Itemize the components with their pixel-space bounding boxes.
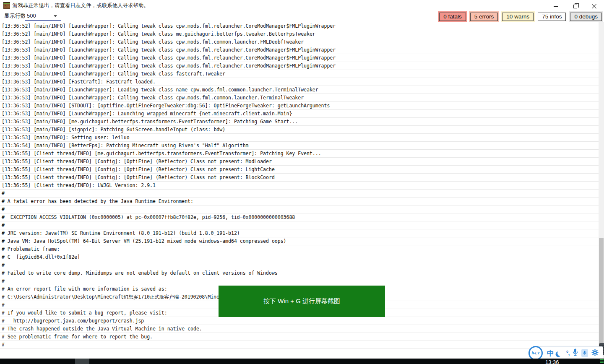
badge-label: 0 debugs	[570, 13, 602, 21]
chinese-mode-icon[interactable]: 中	[547, 350, 554, 357]
log-line: [13:36:53] [main/INFO] [LaunchWrapper]: …	[0, 86, 599, 94]
log-line: # C [ig9icd64.dll+0x1f82e]	[0, 253, 599, 261]
close-button[interactable]	[585, 0, 604, 13]
log-line: [13:36:53] [main/INFO]: Setting user: le…	[0, 134, 599, 142]
log-line: # See problematic frame for where to rep…	[0, 333, 599, 341]
ime-icon-row: 中	[547, 347, 599, 359]
log-line: # http://bugreport.java.com/bugreport/cr…	[0, 317, 599, 325]
log-line: # A fatal error has been detected by the…	[0, 198, 599, 205]
badge-label: 0 fatals	[439, 13, 466, 21]
log-line: [13:36:55] [Client thread/INFO] [Config]…	[0, 166, 599, 174]
log-line: [13:36:53] [main/INFO] [FastCraft]: Fast…	[0, 78, 599, 86]
log-line: #	[0, 261, 599, 269]
log-line: #	[0, 205, 599, 213]
window-title: 游戏非正常退出，请查看日志文件，或联系他人寻求帮助。	[13, 0, 149, 11]
taskbar-active-app[interactable]	[75, 359, 89, 364]
restore-button[interactable]	[565, 0, 585, 13]
window-controls	[546, 0, 604, 13]
log-line: # EXCEPTION_ACCESS_VIOLATION (0xc0000005…	[0, 213, 599, 221]
log-line: # The crash happened outside the Java Vi…	[0, 325, 599, 333]
taskbar: 13:36	[0, 359, 604, 364]
log-line: [13:36:55] [Client thread/INFO] [me.guic…	[0, 150, 599, 158]
ifly-brand-label: iFLY	[532, 351, 540, 355]
log-line: [13:36:53] [main/INFO] [STDOUT]: [optifi…	[0, 102, 599, 110]
badge-label: 5 errors	[470, 13, 498, 21]
punctuation-icon[interactable]	[566, 350, 570, 356]
taskbar-green-indicator-icon	[600, 359, 604, 364]
screenshot-hint-overlay: 按下 Win + G 进行屏幕截图	[219, 286, 385, 317]
log-line: [13:36:52] [main/INFO] [LaunchWrapper]: …	[0, 22, 599, 30]
ifly-logo-icon[interactable]: iFLY	[528, 346, 543, 360]
log-line: [13:36:53] [main/INFO] [LaunchWrapper]: …	[0, 46, 599, 54]
log-line: # JRE version: Java(TM) SE Runtime Envir…	[0, 229, 599, 237]
crash-log-window: 游戏非正常退出，请查看日志文件，或联系他人寻求帮助。 显示行数 500 0 fa…	[0, 0, 604, 364]
log-line: # Java VM: Java HotSpot(TM) 64-Bit Serve…	[0, 237, 599, 245]
microphone-icon[interactable]	[573, 348, 578, 358]
log-line: [13:36:53] [main/INFO] [LaunchWrapper]: …	[0, 70, 599, 78]
display-lines-value: 500	[25, 13, 36, 19]
night-mode-icon[interactable]	[557, 350, 563, 356]
display-lines-select[interactable]: 500	[25, 11, 61, 21]
log-line: #	[0, 341, 599, 349]
log-line: #	[0, 277, 599, 285]
log-line: # Problematic frame:	[0, 245, 599, 253]
log-line: [13:36:55] [Client thread/INFO]: LWJGL V…	[0, 182, 599, 190]
log-line: [13:36:53] [main/INFO] [me.guichaguri.be…	[0, 118, 599, 126]
log-line: [13:36:55] [Client thread/INFO] [Config]…	[0, 158, 599, 166]
minimize-button[interactable]	[546, 0, 565, 13]
log-line: [13:36:53] [main/INFO] [LaunchWrapper]: …	[0, 62, 599, 70]
log-level-badge[interactable]: 10 warns	[501, 11, 535, 22]
minecraft-grass-block-icon	[3, 2, 10, 9]
log-line: [13:36:54] [main/INFO] [BetterFps]: Patc…	[0, 142, 599, 150]
log-line: [13:36:52] [main/INFO] [LaunchWrapper]: …	[0, 38, 599, 46]
taskbar-clock: 13:36	[545, 359, 559, 364]
vertical-scrollbar[interactable]	[599, 22, 604, 355]
log-line: # Failed to write core dump. Minidumps a…	[0, 269, 599, 277]
chevron-down-icon	[54, 15, 57, 17]
log-line: [13:36:53] [main/INFO] [LaunchWrapper]: …	[0, 110, 599, 118]
log-level-badge[interactable]: 0 fatals	[438, 11, 467, 22]
settings-gear-icon[interactable]	[591, 349, 599, 358]
voice-pad-icon[interactable]	[581, 349, 588, 357]
log-line: [13:36:53] [main/INFO] [signpic]: Patchi…	[0, 126, 599, 134]
log-line: [13:36:52] [main/INFO] [LaunchWrapper]: …	[0, 30, 599, 38]
log-line: [13:36:53] [main/INFO] [LaunchWrapper]: …	[0, 54, 599, 62]
titlebar: 游戏非正常退出，请查看日志文件，或联系他人寻求帮助。	[0, 0, 604, 11]
ime-toolbar: iFLY 中	[529, 346, 603, 360]
minimize-icon	[554, 6, 558, 7]
log-level-badge[interactable]: 75 infos	[536, 11, 567, 22]
close-icon	[592, 4, 597, 9]
log-level-badges: 0 fatals 5 errors 10 warns 75 infos 0 de…	[438, 11, 603, 22]
log-level-badge[interactable]: 0 debugs	[569, 11, 603, 22]
log-line: #	[0, 221, 599, 229]
display-lines-label: 显示行数	[4, 12, 26, 20]
log-line: [13:36:53] [main/INFO] [LaunchWrapper]: …	[0, 94, 599, 102]
log-level-badge[interactable]: 5 errors	[469, 11, 500, 22]
log-line: #	[0, 190, 599, 198]
badge-label: 10 warns	[502, 13, 534, 21]
scrollbar-thumb[interactable]	[599, 238, 604, 347]
log-line: [13:36:55] [Client thread/INFO] [Config]…	[0, 174, 599, 182]
restore-icon	[573, 5, 577, 8]
badge-label: 75 infos	[538, 13, 566, 21]
